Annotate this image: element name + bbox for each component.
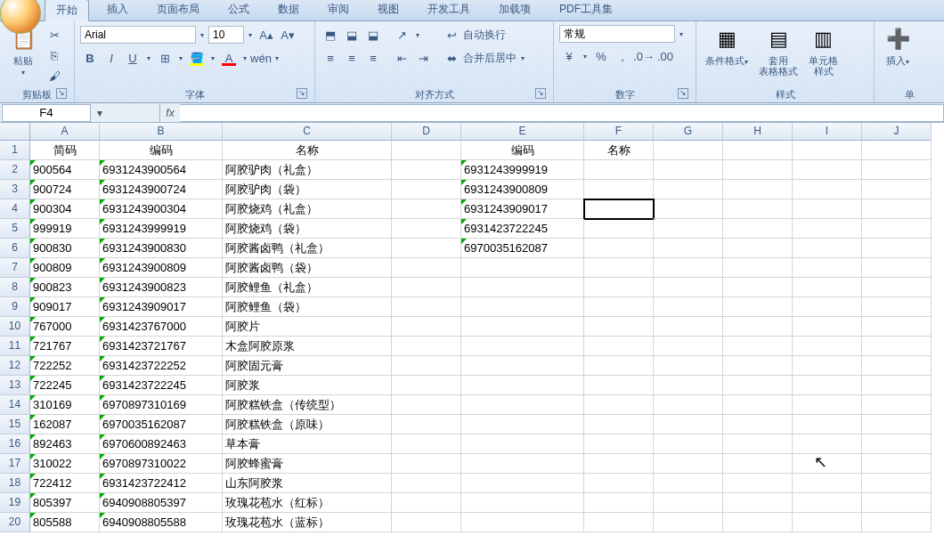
chevron-down-icon[interactable]: ▾ bbox=[273, 54, 281, 62]
cell[interactable] bbox=[793, 199, 862, 219]
cell[interactable]: 木盒阿胶原浆 bbox=[223, 337, 392, 356]
cell[interactable] bbox=[654, 219, 723, 239]
row-header[interactable]: 8 bbox=[0, 278, 30, 297]
cell[interactable] bbox=[793, 317, 862, 337]
cell[interactable]: 6931423767000 bbox=[100, 317, 223, 337]
tab-6[interactable]: 视图 bbox=[367, 0, 410, 20]
chevron-down-icon[interactable]: ▾ bbox=[581, 53, 590, 61]
cell[interactable]: 阿胶烧鸡（礼盒） bbox=[223, 199, 392, 219]
chevron-down-icon[interactable]: ▾ bbox=[413, 31, 422, 39]
cell[interactable] bbox=[584, 395, 654, 415]
cell[interactable] bbox=[793, 434, 862, 454]
cell[interactable] bbox=[862, 141, 932, 160]
cell[interactable]: 6970035162087 bbox=[100, 415, 223, 434]
row-header[interactable]: 6 bbox=[0, 239, 30, 258]
cell[interactable] bbox=[862, 297, 932, 317]
cell[interactable] bbox=[461, 297, 584, 317]
cell[interactable] bbox=[392, 180, 461, 199]
wrap-text-button[interactable]: ↩ 自动换行 bbox=[442, 25, 527, 45]
cell[interactable]: 6931423722245 bbox=[100, 376, 223, 395]
cell[interactable]: 阿胶固元膏 bbox=[223, 356, 392, 376]
cell[interactable] bbox=[654, 141, 723, 160]
cell[interactable] bbox=[584, 474, 654, 493]
cell[interactable] bbox=[654, 474, 723, 493]
cell[interactable]: 阿胶鲤鱼（礼盒） bbox=[223, 278, 392, 297]
row-header[interactable]: 4 bbox=[0, 199, 30, 219]
italic-button[interactable]: I bbox=[102, 48, 121, 68]
cell[interactable]: 909017 bbox=[30, 297, 100, 317]
row-header[interactable]: 2 bbox=[0, 160, 30, 180]
cell[interactable]: 6970035162087 bbox=[461, 239, 584, 258]
cell[interactable] bbox=[654, 356, 723, 376]
cell[interactable] bbox=[862, 258, 932, 278]
cell[interactable] bbox=[793, 180, 862, 199]
row-header[interactable]: 11 bbox=[0, 337, 30, 356]
font-name-input[interactable] bbox=[80, 26, 196, 44]
font-color-icon[interactable]: A bbox=[219, 48, 239, 68]
cell[interactable] bbox=[723, 337, 793, 356]
cell[interactable] bbox=[723, 297, 793, 317]
cell[interactable] bbox=[793, 297, 862, 317]
col-header-C[interactable]: C bbox=[223, 123, 392, 141]
cell[interactable]: 阿胶酱卤鸭（礼盒） bbox=[223, 239, 392, 258]
name-box[interactable] bbox=[2, 104, 91, 122]
cell[interactable] bbox=[654, 337, 723, 356]
cell[interactable]: 6931243900809 bbox=[100, 258, 223, 278]
cell[interactable] bbox=[654, 297, 723, 317]
cell[interactable] bbox=[461, 395, 584, 415]
chevron-down-icon[interactable]: ▾ bbox=[198, 31, 207, 39]
cell[interactable]: 草本膏 bbox=[223, 434, 392, 454]
cell[interactable] bbox=[793, 454, 862, 474]
cell[interactable] bbox=[793, 239, 862, 258]
row-header[interactable]: 5 bbox=[0, 219, 30, 239]
cell[interactable] bbox=[392, 474, 461, 493]
cell[interactable] bbox=[392, 513, 461, 532]
cell[interactable]: 阿胶鲤鱼（袋） bbox=[223, 297, 392, 317]
cell[interactable] bbox=[584, 258, 654, 278]
cell[interactable] bbox=[584, 434, 654, 454]
decrease-indent-icon[interactable]: ⇤ bbox=[392, 48, 411, 68]
merge-center-button[interactable]: ⬌ 合并后居中 ▾ bbox=[442, 48, 527, 68]
row-header[interactable]: 14 bbox=[0, 395, 30, 415]
cell[interactable] bbox=[862, 219, 932, 239]
tab-2[interactable]: 页面布局 bbox=[146, 0, 210, 20]
tab-4[interactable]: 数据 bbox=[267, 0, 310, 20]
cell[interactable] bbox=[654, 258, 723, 278]
cell[interactable]: 6931423721767 bbox=[100, 337, 223, 356]
cell[interactable]: 阿胶片 bbox=[223, 317, 392, 337]
increase-decimal-icon[interactable]: .0→ bbox=[634, 46, 654, 66]
cell[interactable] bbox=[723, 141, 793, 160]
cell[interactable] bbox=[793, 258, 862, 278]
cell[interactable] bbox=[862, 278, 932, 297]
cell[interactable] bbox=[793, 160, 862, 180]
cell[interactable] bbox=[862, 434, 932, 454]
cell[interactable] bbox=[862, 474, 932, 493]
cell[interactable] bbox=[723, 317, 793, 337]
cell[interactable]: 6931243999919 bbox=[100, 219, 223, 239]
grow-font-icon[interactable]: A▴ bbox=[256, 25, 276, 45]
decrease-decimal-icon[interactable]: .00 bbox=[655, 46, 675, 66]
cell[interactable] bbox=[584, 297, 654, 317]
cell[interactable] bbox=[392, 356, 461, 376]
cell[interactable] bbox=[392, 395, 461, 415]
cell[interactable] bbox=[723, 513, 793, 532]
cell[interactable]: 阿胶糕铁盒（原味） bbox=[223, 415, 392, 434]
cell[interactable]: 6931243999919 bbox=[461, 160, 584, 180]
cell[interactable] bbox=[862, 513, 932, 532]
cell[interactable]: 6931243900823 bbox=[100, 278, 223, 297]
cell[interactable]: 阿胶糕铁盒（传统型） bbox=[223, 395, 392, 415]
cell[interactable] bbox=[793, 474, 862, 493]
cell[interactable]: 阿胶蜂蜜膏 bbox=[223, 454, 392, 474]
copy-icon[interactable]: ⎘ bbox=[45, 45, 64, 65]
cell[interactable] bbox=[862, 160, 932, 180]
tab-8[interactable]: 加载项 bbox=[488, 0, 541, 20]
row-header[interactable]: 15 bbox=[0, 415, 30, 434]
cell[interactable] bbox=[584, 415, 654, 434]
cell[interactable] bbox=[862, 454, 932, 474]
cell[interactable] bbox=[862, 395, 932, 415]
cell[interactable] bbox=[862, 180, 932, 199]
cell[interactable] bbox=[584, 337, 654, 356]
align-left-icon[interactable]: ≡ bbox=[321, 48, 340, 68]
row-header[interactable]: 18 bbox=[0, 474, 30, 493]
launcher-icon[interactable]: ↘ bbox=[56, 88, 67, 99]
